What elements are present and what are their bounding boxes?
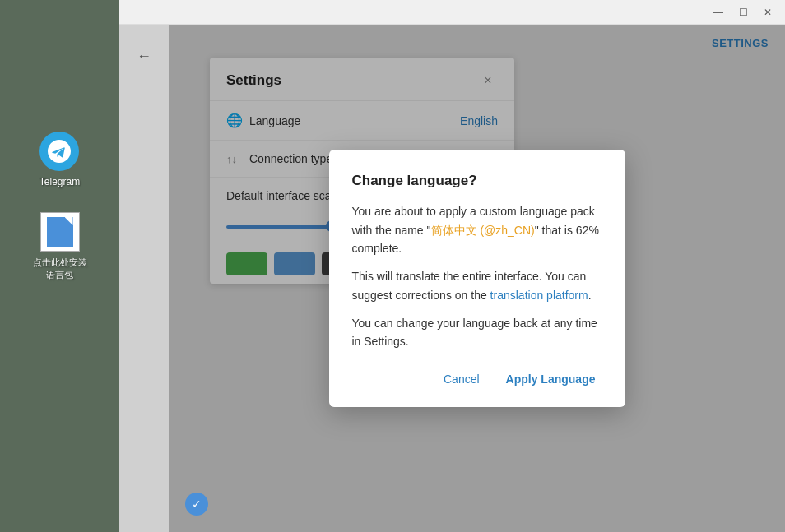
back-arrow-button[interactable]: ← bbox=[130, 41, 158, 72]
dialog-body-2: This will translate the entire interface… bbox=[352, 267, 602, 304]
dialog-body-3: You can change your language back at any… bbox=[352, 314, 602, 351]
telegram-icon-label: Telegram bbox=[39, 176, 80, 187]
restore-button[interactable]: ☐ bbox=[732, 4, 754, 21]
main-window: — ☐ ✕ ← SETTINGS Settings × 🌐 Language bbox=[119, 0, 785, 532]
desktop-sidebar: Telegram 点击此处安装 语言包 bbox=[0, 0, 119, 532]
cancel-button[interactable]: Cancel bbox=[437, 368, 486, 391]
right-panel: SETTINGS Settings × 🌐 Language English ↑… bbox=[169, 25, 785, 532]
dialog-actions: Cancel Apply Language bbox=[352, 368, 602, 391]
dialog-body-2-part2: . bbox=[588, 289, 592, 302]
language-pack-desktop-icon[interactable]: 点击此处安装 语言包 bbox=[33, 212, 87, 281]
minimize-button[interactable]: — bbox=[708, 4, 729, 21]
dialog-title: Change language? bbox=[352, 173, 602, 189]
close-button[interactable]: ✕ bbox=[757, 4, 778, 21]
translation-platform-link[interactable]: translation platform bbox=[490, 289, 588, 302]
telegram-check-badge: ✓ bbox=[185, 493, 208, 516]
dialog-body-1-highlight: 简体中文 (@zh_CN) bbox=[431, 224, 535, 237]
language-pack-icon-label: 点击此处安装 语言包 bbox=[33, 257, 87, 281]
telegram-desktop-icon[interactable]: Telegram bbox=[39, 132, 80, 187]
dialog-overlay: Change language? You are about to apply … bbox=[169, 25, 785, 532]
app-content: ← SETTINGS Settings × 🌐 Language English bbox=[119, 25, 785, 532]
titlebar: — ☐ ✕ bbox=[119, 0, 785, 25]
check-icon: ✓ bbox=[192, 497, 202, 511]
left-nav-panel: ← bbox=[119, 25, 169, 532]
apply-language-button[interactable]: Apply Language bbox=[499, 368, 602, 391]
telegram-icon-bg bbox=[39, 132, 79, 171]
file-icon bbox=[47, 217, 73, 247]
telegram-logo-icon bbox=[48, 140, 71, 163]
change-language-dialog: Change language? You are about to apply … bbox=[329, 150, 625, 407]
language-pack-icon-bg bbox=[40, 212, 80, 252]
dialog-body-1: You are about to apply a custom language… bbox=[352, 202, 602, 257]
